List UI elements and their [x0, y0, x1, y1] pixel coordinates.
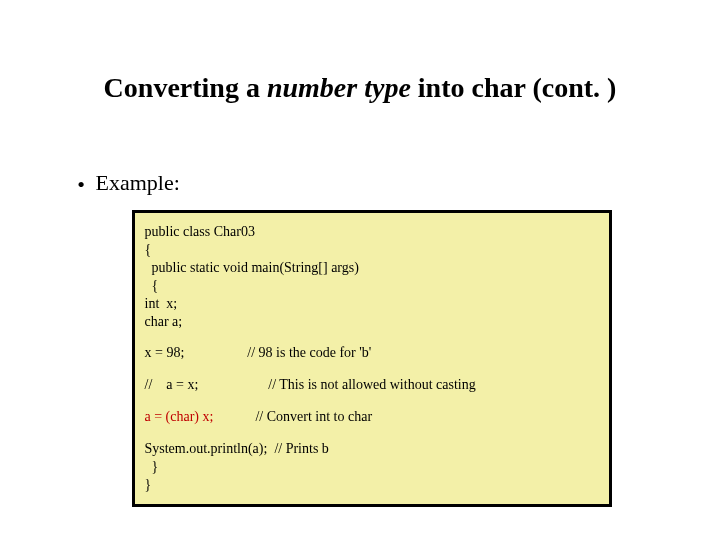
bullet-text: Example: — [96, 170, 180, 195]
bullet-dot: • — [72, 172, 90, 198]
code-line: { — [141, 277, 603, 295]
slide: Converting a number type into char (cont… — [0, 0, 720, 540]
code-line: char a; — [141, 313, 603, 331]
code-line: public static void main(String[] args) — [141, 259, 603, 277]
code-cast-comment: // Convert int to char — [213, 409, 372, 424]
code-line: int x; — [141, 295, 603, 313]
code-cast: a = (char) x; — [141, 409, 213, 424]
code-line: { — [141, 241, 603, 259]
slide-title: Converting a number type into char (cont… — [0, 72, 720, 104]
code-line: public class Char03 — [141, 223, 603, 241]
title-pre: Converting a — [104, 72, 267, 103]
code-line: } — [141, 476, 603, 494]
code-line: // a = x; // This is not allowed without… — [141, 376, 603, 394]
bullet-item: • Example: — [72, 170, 180, 198]
title-italic: number type — [267, 72, 411, 103]
code-spacer — [141, 362, 603, 376]
code-line: a = (char) x; // Convert int to char — [141, 408, 603, 426]
code-spacer — [141, 330, 603, 344]
code-box: public class Char03 { public static void… — [132, 210, 612, 507]
code-spacer — [141, 426, 603, 440]
code-line: x = 98; // 98 is the code for 'b' — [141, 344, 603, 362]
code-spacer — [141, 394, 603, 408]
code-line: } — [141, 458, 603, 476]
title-post: into char (cont. ) — [411, 72, 617, 103]
code-line: System.out.println(a); // Prints b — [141, 440, 603, 458]
